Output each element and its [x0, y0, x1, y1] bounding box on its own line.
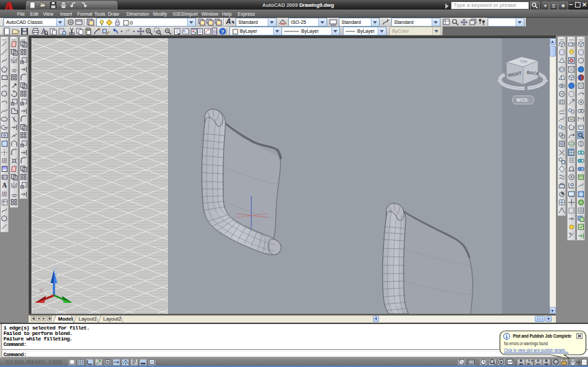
- svg-text:?: ?: [221, 29, 225, 35]
- svg-text:A: A: [2, 181, 7, 189]
- svg-text:Model: Model: [58, 316, 73, 322]
- svg-text:Layout1: Layout1: [79, 316, 97, 322]
- svg-text:TOP: TOP: [520, 59, 528, 64]
- svg-text:X: X: [39, 287, 44, 295]
- svg-text:Layout2: Layout2: [103, 316, 122, 322]
